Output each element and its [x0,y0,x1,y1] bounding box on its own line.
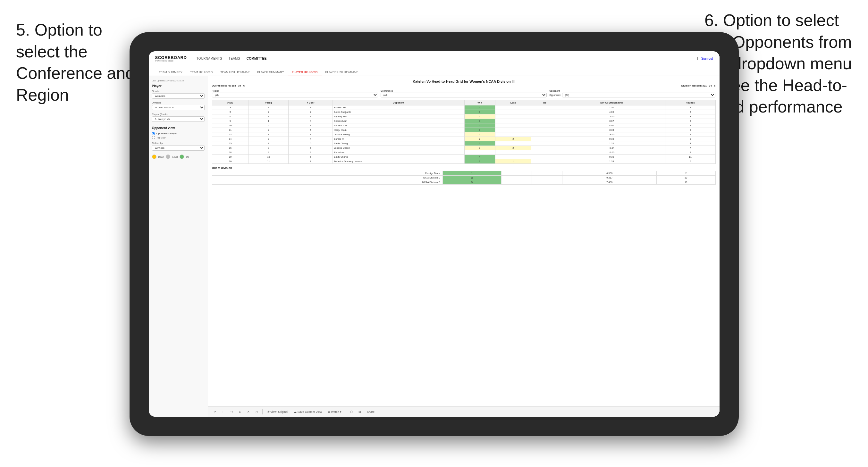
nav-committee[interactable]: COMMITTEE [247,56,267,62]
ood-cell-diff: 9.267 [562,176,657,180]
division-select[interactable]: NCAA Division III [152,105,205,110]
cell-opponent: Sharon Mun [333,119,464,123]
subnav-player-summary[interactable]: PLAYER SUMMARY [253,69,288,76]
subnav-player-h2h-grid[interactable]: PLAYER H2H GRID [288,69,321,76]
subnav-player-h2h-heatmap[interactable]: PLAYER H2H HEATMAP [321,69,362,76]
sign-out-link[interactable]: Sign out [701,57,713,60]
cell-conf: 5 [288,128,333,132]
grid-button[interactable]: ⊞ [237,410,243,414]
cell-div: 14 [212,137,248,142]
cell-loss: 2 [495,146,531,150]
nav-tournaments[interactable]: TOURNAMENTS [196,56,222,62]
cell-tie [531,128,558,132]
cell-rounds: 4 [665,142,715,146]
cell-diff: -1.00 [558,115,665,119]
cell-tie [531,115,558,119]
layout-button[interactable]: ⬡ [348,410,354,414]
subnav-team-h2h-grid[interactable]: TEAM H2H GRID [186,69,217,76]
cell-rounds: 3 [665,119,715,123]
opponent-filter-select[interactable]: (All) [562,93,715,97]
region-filter-select[interactable]: (All) [212,93,378,97]
cell-tie [531,132,558,137]
annotation-left: 5. Option to select the Conference and R… [16,19,138,106]
subnav-team-summary[interactable]: TEAM SUMMARY [155,69,186,76]
radio-top100[interactable]: Top 100 [152,136,205,139]
close-button[interactable]: ✕ [246,410,251,414]
cell-conf: 1 [288,105,333,110]
colour-select[interactable]: Win/loss [152,145,205,151]
ood-table-row: NCAA Division 2 5 7.400 10 [212,180,715,185]
sidebar-opponent-title: Opponent view [152,126,205,130]
cell-tie [531,150,558,155]
legend-up-dot [180,155,184,159]
table-row: 19 10 6 Emily Chang 4 0.30 11 [212,155,715,159]
ood-cell-loss [501,180,532,185]
cell-loss [495,115,531,119]
view-original-button[interactable]: 👁 View: Original [265,410,290,414]
share-button[interactable]: Share [365,410,376,414]
ood-cell-loss [501,171,532,176]
radio-opponents-played[interactable]: Opponents Played [152,132,205,135]
cell-tie [531,146,558,150]
table-row: 9 1 4 Sharon Mun 1 3.67 3 [212,119,715,123]
cell-tie [531,123,558,128]
right-panel: Katelyn Vo Head-to-Head Grid for Women's… [208,76,719,417]
ood-cell-diff: 4.500 [562,171,657,176]
undo-button[interactable]: ↩ [212,410,218,414]
overall-record: 353 - 34 - 6 [231,84,245,87]
cell-rounds: 11 [665,155,715,159]
cell-div: 19 [212,155,248,159]
sub-nav: TEAM SUMMARY TEAM H2H GRID TEAM H2H HEAT… [149,66,719,76]
ood-cell-tie [532,180,562,185]
legend-up-label: Up [186,156,189,158]
th-diff: Diff Av Strokes/Rnd [558,100,665,105]
redo-button[interactable]: ↪ [229,410,235,414]
cell-diff: 3.67 [558,119,665,123]
cell-conf: 1 [288,132,333,137]
th-loss: Loss [495,100,531,105]
save-custom-view-button[interactable]: ☁ Save Custom View [292,410,323,414]
gender-label: Gender [152,90,205,93]
cell-opponent: Eunice Yi [333,137,464,142]
cell-win: 1 [464,105,495,110]
watch-button[interactable]: ◉ Watch ▾ [326,410,343,414]
colour-by-label: Colour by [152,142,205,145]
opponent-filter-label: Opponent [549,90,715,92]
back-button[interactable]: ← [220,410,226,414]
cell-diff: -3.00 [558,132,665,137]
cell-reg: 2 [248,128,288,132]
cell-diff: -0.94 [558,146,665,150]
cell-rounds: 3 [665,128,715,132]
table-row: 13 1 1 Jessica Huang 1 -3.00 2 [212,132,715,137]
cell-rounds: 4 [665,123,715,128]
cell-conf: 6 [288,146,333,150]
cell-conf: 5 [288,142,333,146]
ood-cell-win: 1 [442,171,501,176]
cell-loss [495,105,531,110]
cell-tie [531,110,558,115]
player-rank-label: Player (Rank) [152,113,205,116]
cell-conf: 2 [288,150,333,155]
cell-div: 20 [212,159,248,164]
cell-div: 16 [212,146,248,150]
cell-loss [495,128,531,132]
cell-win: 2 [464,137,495,142]
h2h-table: # Div # Reg # Conf Opponent Win Loss Tie… [212,100,716,164]
cell-opponent: Esther Lee [333,105,464,110]
timer-button[interactable]: ◷ [254,410,260,414]
table-button[interactable]: ⊠ [357,410,363,414]
nav-teams[interactable]: TEAMS [228,56,240,62]
gender-select[interactable]: Women's [152,93,205,99]
cell-opponent: Alexis Sudjianto [333,110,464,115]
player-select[interactable]: 8. Katelyn Vo [152,116,205,122]
division-record: 331 - 34 - 6 [703,84,716,87]
conference-filter-select[interactable]: (All) [381,93,547,97]
cell-rounds: 7 [665,146,715,150]
division-record-label: Division Record: [681,84,702,87]
sidebar-player-title: Player [152,84,205,88]
cell-opponent: Euna Lee [333,150,464,155]
subnav-team-h2h-heatmap[interactable]: TEAM H2H HEATMAP [216,69,253,76]
cell-loss: 2 [495,137,531,142]
opponent-view-group: Opponents Played Top 100 [152,132,205,139]
cell-win: 4 [464,155,495,159]
